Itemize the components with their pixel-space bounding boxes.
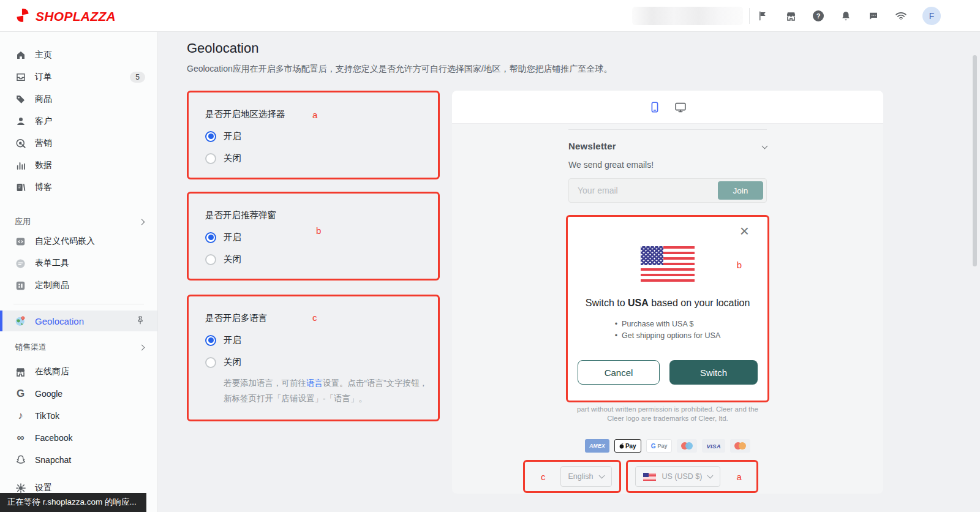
sidebar-item-label: 数据	[35, 160, 145, 171]
sidebar-item-analytics[interactable]: 数据	[0, 154, 157, 176]
annotation-box-a: 是否开启地区选择器 a 开启 关闭	[187, 91, 440, 179]
page-scrollbar[interactable]	[973, 55, 977, 266]
sidebar-item-label: 定制商品	[35, 280, 145, 291]
radio-label: 关闭	[224, 254, 241, 265]
search-box-blurred[interactable]	[632, 7, 743, 25]
radio-label: 开启	[224, 334, 241, 346]
modal-title-text: Switch to	[586, 298, 628, 308]
radio-option-off[interactable]: 关闭	[205, 152, 426, 164]
help-glyph: ?	[813, 10, 824, 21]
tiktok-icon: ♪	[15, 410, 26, 422]
chat-icon[interactable]	[867, 10, 880, 22]
radio-selected[interactable]	[205, 131, 216, 142]
browser-status-bar: 正在等待 r.shoplazza.com 的响应...	[0, 493, 146, 512]
sidebar-item-blog[interactable]: 博客	[0, 176, 157, 198]
radio-option-on[interactable]: 开启	[205, 130, 426, 142]
radio-unselected[interactable]	[205, 153, 216, 164]
notifications-bell-icon[interactable]	[840, 10, 852, 22]
language-settings-link[interactable]: 语言	[306, 378, 323, 388]
radio-unselected[interactable]	[205, 357, 216, 368]
storefront-icon[interactable]	[785, 10, 797, 22]
desktop-device-icon[interactable]	[674, 100, 687, 114]
sidebar-item-label: 设置	[35, 483, 145, 494]
pin-icon[interactable]	[135, 315, 145, 327]
sidebar-item-facebook[interactable]: ∞ Facebook	[0, 427, 157, 449]
google-pay-icon: G Pay	[646, 439, 673, 453]
newsletter-section-header[interactable]: Newsletter	[568, 141, 767, 151]
cancel-button[interactable]: Cancel	[578, 360, 660, 385]
geolocation-modal-annotation-box-b: × b Switch to USA based on your location…	[566, 215, 769, 402]
google-icon: G	[15, 388, 26, 400]
modal-title-country: USA	[628, 298, 649, 308]
shoplazza-logo[interactable]: SHOPLAZZA	[15, 7, 116, 26]
radio-option-on[interactable]: 开启	[205, 232, 426, 243]
sidebar-item-orders[interactable]: 订单 5	[0, 66, 157, 88]
modal-title-text: based on your location	[649, 298, 750, 308]
sidebar-item-label: 博客	[35, 182, 145, 193]
code-embed-icon	[15, 236, 26, 247]
sidebar-section-apps[interactable]: 应用	[0, 213, 157, 230]
sidebar-item-label: Google	[35, 389, 145, 399]
sidebar-item-products[interactable]: 商品	[0, 88, 157, 110]
annotation-box-a-currency: US (USD $) a	[626, 460, 758, 493]
chevron-down-icon	[707, 473, 714, 479]
language-value: English	[568, 472, 594, 481]
annotation-letter-a: a	[736, 472, 741, 482]
geolocation-app-icon	[15, 315, 26, 327]
annotation-box-c-language: c English	[523, 460, 621, 493]
sidebar-item-marketing[interactable]: 营销	[0, 132, 157, 154]
custom-product-icon	[15, 280, 26, 292]
radio-label: 开启	[224, 130, 241, 142]
sidebar-item-custom-product[interactable]: 定制商品	[0, 274, 157, 296]
topbar: SHOPLAZZA ? F	[0, 0, 980, 32]
sidebar-item-geolocation-active[interactable]: Geolocation	[0, 311, 157, 331]
switch-button[interactable]: Switch	[669, 360, 758, 385]
mobile-device-icon[interactable]	[648, 100, 662, 114]
user-avatar[interactable]: F	[922, 7, 941, 25]
wifi-icon[interactable]	[895, 10, 907, 22]
storefront-preview-panel: Newsletter We send great emails! Join × …	[452, 91, 883, 494]
sidebar-item-custom-code[interactable]: 自定义代码嵌入	[0, 230, 157, 252]
sidebar-item-label: 商品	[35, 94, 145, 105]
footer-selectors-row: c English US (USD $)	[523, 460, 767, 493]
bar-chart-icon	[15, 160, 26, 171]
radio-option-off[interactable]: 关闭	[205, 356, 426, 368]
sidebar-item-online-store[interactable]: 在线商店	[0, 361, 157, 383]
sidebar-item-customers[interactable]: 客户	[0, 110, 157, 132]
mastercard-icon	[677, 439, 697, 453]
help-icon[interactable]: ?	[812, 10, 824, 22]
sidebar-item-home[interactable]: 主页	[0, 44, 157, 66]
radio-selected[interactable]	[205, 232, 216, 243]
sidebar-item-form-tool[interactable]: 表单工具	[0, 252, 157, 274]
sidebar-section-channels[interactable]: 销售渠道	[0, 339, 157, 356]
sidebar-item-label: 营销	[35, 138, 145, 149]
sidebar: 主页 订单 5 商品 客户 营销 数据 博客 应用	[0, 32, 158, 512]
gpay-label: Pay	[657, 443, 667, 449]
email-input[interactable]	[578, 186, 694, 195]
sidebar-item-snapchat[interactable]: Snapchat	[0, 449, 157, 471]
gpay-g: G	[651, 443, 656, 450]
logo-text: SHOPLAZZA	[36, 9, 116, 24]
close-icon[interactable]: ×	[740, 223, 749, 239]
radio-unselected[interactable]	[205, 254, 216, 265]
sidebar-item-tiktok[interactable]: ♪ TikTok	[0, 405, 157, 427]
chevron-right-icon	[139, 219, 145, 225]
radio-selected[interactable]	[205, 335, 216, 346]
radio-option-on[interactable]: 开启	[205, 334, 426, 346]
sidebar-item-label: Facebook	[35, 433, 145, 443]
flag-icon[interactable]	[757, 10, 769, 22]
bullet-item: Purchase with USA $	[615, 318, 721, 330]
radio-option-off[interactable]: 关闭	[205, 254, 426, 265]
store-footer-legal: part without written permission is prohi…	[568, 405, 767, 423]
settings-column: 是否开启地区选择器 a 开启 关闭 是否开启推荐弹窗 b	[187, 91, 440, 421]
modal-title: Switch to USA based on your location	[574, 298, 761, 309]
currency-selector[interactable]: US (USD $)	[635, 466, 721, 487]
newsletter-subtitle: We send great emails!	[568, 160, 767, 170]
join-button[interactable]: Join	[718, 181, 763, 200]
person-icon	[15, 116, 26, 127]
sidebar-item-google[interactable]: G Google	[0, 383, 157, 405]
amex-icon: AMEX	[585, 439, 609, 453]
apple-pay-label: Pay	[625, 443, 636, 450]
language-selector[interactable]: English	[560, 466, 612, 487]
page-description: Geolocation应用在开启多市场配置后，支持您定义是否允许方可自行选择国家…	[187, 64, 980, 75]
